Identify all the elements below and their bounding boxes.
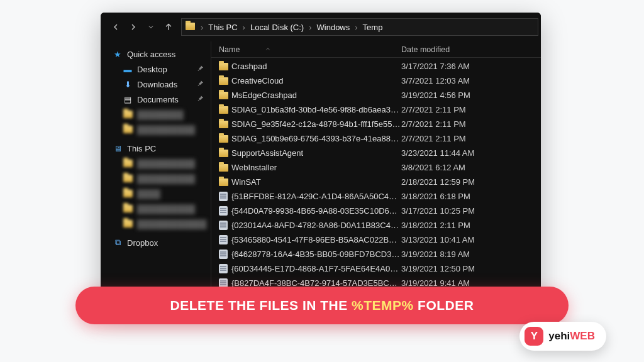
sidebar-item-label: This PC — [127, 144, 156, 153]
file-row[interactable]: {53465880-4541-47F8-96EB-B5A8AC022BA3} -… — [211, 233, 541, 247]
file-name: SDIAG_150b9e69-6756-4393-b37e-41ea889f9.… — [231, 134, 401, 143]
file-date: 3/19/2021 4:56 PM — [401, 90, 541, 100]
documents-icon: ▤ — [122, 95, 133, 104]
sidebar-item-blurred[interactable]: ████████ — [101, 107, 211, 122]
breadcrumb-bar[interactable]: › This PC › Local Disk (C:) › Windows › … — [181, 18, 538, 36]
breadcrumb-segment[interactable]: Windows — [314, 23, 353, 32]
folder-icon — [219, 106, 231, 114]
breadcrumb-segment[interactable]: Temp — [360, 23, 386, 32]
address-bar-row: › This PC › Local Disk (C:) › Windows › … — [101, 13, 541, 41]
folder-icon — [219, 150, 231, 157]
file-icon — [219, 264, 231, 273]
folder-icon — [219, 77, 231, 85]
folder-icon — [219, 92, 231, 99]
folder-icon — [186, 23, 196, 31]
pin-icon — [196, 94, 204, 103]
sidebar-item-blurred[interactable]: ████ — [101, 186, 211, 201]
file-name: Crashpad — [231, 62, 401, 71]
file-name: {60D34445-E17D-4868-A1F7-5FAE64E4A02F} -… — [231, 264, 401, 273]
nav-recent-dropdown[interactable] — [142, 18, 160, 36]
file-list-pane: Name Date modified Crashpad3/17/2021 7:3… — [211, 41, 541, 312]
file-row[interactable]: {64628778-16A4-4B35-BB05-09BFD7BCD3B7} -… — [211, 247, 541, 261]
file-date: 2/7/2021 2:11 PM — [401, 105, 541, 114]
file-name: WebInstaller — [231, 163, 401, 172]
file-row[interactable]: {544D0A79-9938-4B65-9A88-03E35C10D67E} .… — [211, 204, 541, 218]
file-date: 3/13/2021 10:41 AM — [401, 235, 541, 244]
file-date: 2/7/2021 2:11 PM — [401, 134, 541, 143]
file-date: 3/8/2021 6:12 AM — [401, 163, 541, 172]
star-icon: ★ — [112, 50, 123, 59]
file-icon — [219, 221, 231, 230]
sort-indicator-icon — [265, 45, 271, 54]
sidebar-this-pc[interactable]: 🖥 This PC — [101, 141, 211, 156]
sidebar-dropbox[interactable]: ⧉ Dropbox — [101, 235, 211, 250]
file-row[interactable]: CreativeCloud3/7/2021 12:03 AM — [211, 74, 541, 88]
sidebar-item-desktop[interactable]: ▬ Desktop — [101, 62, 211, 77]
sidebar-item-blurred[interactable]: ██████████ — [101, 201, 211, 216]
chevron-right-icon: › — [308, 23, 313, 32]
file-row[interactable]: SDIAG_01b6a3fd-30bd-4e56-9f88-db6aea3cc7… — [211, 102, 541, 117]
file-row[interactable]: {51BFFD8E-812A-429C-A1D4-86A5A50C471A} .… — [211, 189, 541, 204]
file-name: SDIAG_01b6a3fd-30bd-4e56-9f88-db6aea3cc7… — [231, 105, 401, 114]
file-row[interactable]: SDIAG_150b9e69-6756-4393-b37e-41ea889f9.… — [211, 131, 541, 146]
file-rows: Crashpad3/17/2021 7:36 AMCreativeCloud3/… — [211, 58, 541, 312]
sidebar-item-label: Dropbox — [127, 238, 158, 248]
file-date: 3/23/2021 11:44 AM — [401, 148, 541, 158]
nav-back-button[interactable] — [107, 18, 125, 36]
file-row[interactable]: MsEdgeCrashpad3/19/2021 4:56 PM — [211, 88, 541, 102]
instruction-banner: DELETE THE FILES IN THE %TEMP% FOLDER — [75, 287, 569, 324]
folder-icon — [219, 135, 231, 143]
chevron-right-icon: › — [242, 23, 247, 32]
file-row[interactable]: WinSAT2/18/2021 12:59 PM — [211, 175, 541, 189]
file-icon — [219, 235, 231, 244]
sidebar-item-blurred[interactable]: ██████████ — [101, 122, 211, 137]
file-name: {023014A4-8AFD-4782-8A86-D0A11B83C43F} .… — [231, 221, 401, 230]
file-date: 2/18/2021 12:59 PM — [401, 177, 541, 187]
file-icon — [219, 192, 231, 201]
file-name: {53465880-4541-47F8-96EB-B5A8AC022BA3} -… — [231, 235, 401, 244]
file-explorer-window: › This PC › Local Disk (C:) › Windows › … — [101, 13, 541, 312]
sidebar-item-label: Documents — [137, 95, 179, 104]
column-header-date[interactable]: Date modified — [401, 45, 450, 54]
nav-forward-button[interactable] — [125, 18, 142, 36]
file-row[interactable]: SDIAG_9e35f4e2-c12a-4878-94b1-fff1f5e55e… — [211, 117, 541, 131]
sidebar-item-blurred[interactable]: ██████████ — [101, 171, 211, 186]
file-row[interactable]: WebInstaller3/8/2021 6:12 AM — [211, 160, 541, 175]
file-date: 3/17/2021 10:25 PM — [401, 206, 541, 216]
chevron-right-icon: › — [199, 23, 204, 32]
file-name: {544D0A79-9938-4B65-9A88-03E35C10D67E} .… — [231, 206, 401, 216]
column-headers: Name Date modified — [211, 41, 541, 58]
sidebar-item-label: Desktop — [137, 65, 167, 74]
file-date: 3/18/2021 2:11 PM — [401, 221, 541, 230]
file-row[interactable]: {023014A4-8AFD-4782-8A86-D0A11B83C43F} .… — [211, 218, 541, 233]
sidebar-item-documents[interactable]: ▤ Documents — [101, 92, 211, 107]
file-row[interactable]: {60D34445-E17D-4868-A1F7-5FAE64E4A02F} -… — [211, 261, 541, 276]
pin-icon — [196, 79, 204, 88]
logo-text-2: WEB — [570, 330, 595, 342]
brand-logo: Y yehiWEB — [519, 322, 606, 351]
banner-text-post: FOLDER — [418, 298, 474, 313]
column-header-name[interactable]: Name — [219, 45, 240, 54]
folder-icon — [219, 164, 231, 172]
sidebar-item-blurred[interactable]: ████████████ — [101, 216, 211, 231]
breadcrumb-segment[interactable]: Local Disk (C:) — [248, 23, 306, 32]
breadcrumb-segment[interactable]: This PC — [206, 23, 240, 32]
file-name: WinSAT — [231, 177, 401, 187]
file-name: {64628778-16A4-4B35-BB05-09BFD7BCD3B7} -… — [231, 250, 401, 259]
file-row[interactable]: Crashpad3/17/2021 7:36 AM — [211, 59, 541, 74]
sidebar-item-blurred[interactable]: ██████████ — [101, 156, 211, 171]
nav-up-button[interactable] — [160, 18, 177, 36]
file-date: 3/17/2021 7:36 AM — [401, 62, 541, 71]
dropbox-icon: ⧉ — [112, 238, 123, 248]
downloads-icon: ⬇ — [122, 80, 133, 89]
sidebar-item-downloads[interactable]: ⬇ Downloads — [101, 77, 211, 92]
this-pc-icon: 🖥 — [112, 144, 123, 153]
sidebar-quick-access[interactable]: ★ Quick access — [101, 47, 211, 62]
banner-text-pre: DELETE THE FILES IN THE — [170, 298, 348, 313]
folder-icon — [219, 121, 231, 128]
file-icon — [219, 250, 231, 259]
file-name: {51BFFD8E-812A-429C-A1D4-86A5A50C471A} .… — [231, 192, 401, 201]
file-row[interactable]: SupportAssistAgent3/23/2021 11:44 AM — [211, 146, 541, 160]
folder-icon — [219, 63, 231, 70]
file-name: SDIAG_9e35f4e2-c12a-4878-94b1-fff1f5e55e… — [231, 119, 401, 129]
